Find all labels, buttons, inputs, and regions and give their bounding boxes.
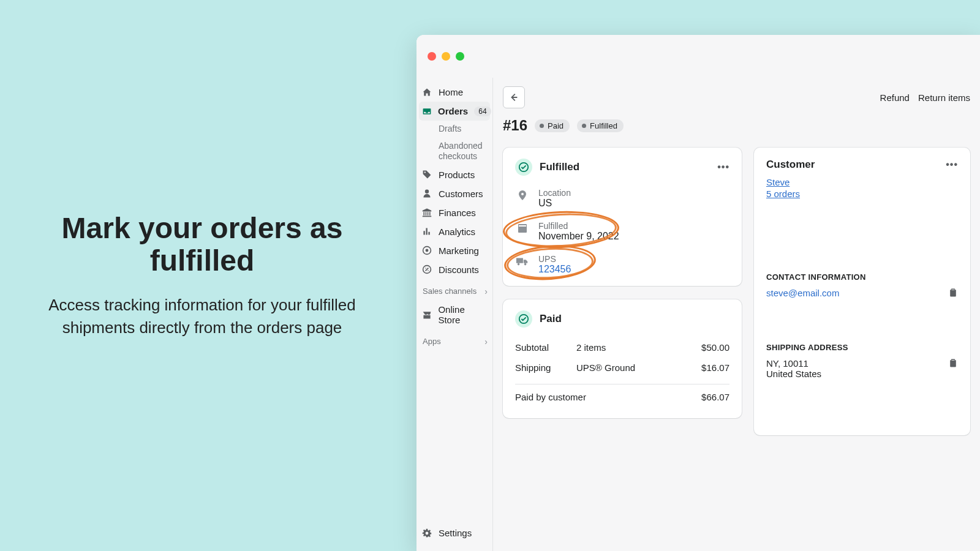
fulfilled-date: November 9, 2022	[538, 231, 619, 242]
back-button[interactable]	[503, 86, 525, 108]
address-line: United States	[766, 369, 821, 379]
sidebar-item-products[interactable]: Products	[417, 165, 492, 184]
order-header: #16 Paid Fulfilled	[503, 117, 970, 134]
customer-name-link[interactable]: Steve	[766, 177, 958, 187]
promo-subtitle: Access tracking information for your ful…	[37, 294, 368, 339]
chevron-right-icon: ›	[484, 337, 488, 347]
window-close-dot[interactable]	[428, 52, 436, 61]
check-circle-icon	[515, 310, 532, 328]
sidebar-item-label: Online Store	[438, 304, 488, 325]
sidebar-item-label: Settings	[439, 528, 472, 538]
sidebar-section-apps[interactable]: Apps ›	[417, 329, 492, 350]
card-title: Paid	[540, 313, 562, 325]
check-circle-icon	[515, 159, 532, 176]
window-maximize-dot[interactable]	[456, 52, 464, 61]
sidebar-item-label: Customers	[439, 189, 483, 199]
svg-point-3	[425, 268, 426, 269]
sidebar-item-label: Analytics	[439, 227, 475, 237]
sidebar-item-label: Marketing	[439, 246, 479, 256]
home-icon	[421, 88, 432, 97]
app-window: Home Orders 64 Drafts Abandoned checkout…	[417, 35, 980, 551]
row-amount: $50.00	[701, 342, 729, 353]
sidebar-item-label: Finances	[439, 208, 476, 218]
card-title: Fulfilled	[540, 161, 579, 173]
clipboard-icon[interactable]	[948, 288, 958, 300]
main-content: Refund Return items #16 Paid Fulfilled	[493, 78, 980, 551]
row-label: Paid by customer	[515, 392, 701, 402]
sidebar-item-settings[interactable]: Settings	[417, 523, 492, 542]
row-label: Shipping	[515, 362, 576, 373]
tracking-link[interactable]: 123456	[538, 264, 571, 275]
sidebar-sub-drafts[interactable]: Drafts	[417, 121, 492, 138]
location-label: Location	[538, 188, 571, 198]
sidebar-sub-abandoned[interactable]: Abandoned checkouts	[417, 138, 492, 165]
svg-point-1	[426, 249, 429, 252]
subtotal-row: Subtotal 2 items $50.00	[515, 337, 729, 358]
fulfilled-label: Fulfilled	[538, 221, 619, 231]
bank-icon	[421, 208, 432, 217]
row-detail: 2 items	[576, 342, 701, 353]
shipping-row: Shipping UPS® Ground $16.07	[515, 358, 729, 378]
store-icon	[421, 310, 432, 320]
truck-icon	[515, 254, 530, 268]
location-value: US	[538, 198, 571, 209]
row-detail: UPS® Ground	[576, 362, 701, 373]
sidebar-item-analytics[interactable]: Analytics	[417, 222, 492, 241]
target-icon	[421, 246, 432, 255]
sidebar-item-online-store[interactable]: Online Store	[417, 300, 492, 329]
paid-by-customer-row: Paid by customer $66.07	[515, 387, 729, 407]
card-more-button[interactable]: •••	[946, 159, 958, 170]
tag-icon	[421, 170, 432, 179]
row-amount: $16.07	[701, 362, 729, 373]
shipping-heading: SHIPPING ADDRESS	[766, 343, 958, 352]
order-topbar: Refund Return items	[503, 86, 970, 108]
section-label: Apps	[423, 337, 441, 346]
sidebar-item-label: Discounts	[439, 264, 479, 275]
carrier-label: UPS	[538, 254, 571, 264]
sidebar-item-label: Products	[439, 170, 475, 180]
discount-icon	[421, 264, 432, 274]
card-more-button[interactable]: •••	[717, 162, 729, 173]
customer-orders-link[interactable]: 5 orders	[766, 189, 958, 199]
order-number: #16	[503, 117, 527, 134]
titlebar	[417, 35, 980, 78]
person-icon	[421, 189, 432, 198]
sidebar-item-customers[interactable]: Customers	[417, 184, 492, 203]
contact-heading: CONTACT INFORMATION	[766, 272, 958, 282]
sidebar-section-sales-channels[interactable]: Sales channels ›	[417, 279, 492, 300]
sidebar-item-home[interactable]: Home	[417, 83, 492, 102]
sidebar-item-label: Home	[439, 87, 463, 97]
status-pill-paid: Paid	[535, 119, 570, 132]
clipboard-icon[interactable]	[948, 358, 958, 370]
window-minimize-dot[interactable]	[442, 52, 450, 61]
card-title: Customer	[766, 159, 815, 171]
gear-icon	[421, 528, 432, 538]
inbox-icon	[422, 107, 432, 116]
status-pill-fulfilled: Fulfilled	[577, 119, 624, 132]
sidebar-item-finances[interactable]: Finances	[417, 203, 492, 222]
section-label: Sales channels	[423, 287, 477, 296]
sidebar-item-orders[interactable]: Orders 64	[419, 102, 490, 121]
refund-action[interactable]: Refund	[880, 92, 910, 103]
row-amount: $66.07	[701, 392, 729, 402]
sidebar-item-discounts[interactable]: Discounts	[417, 260, 492, 279]
bars-icon	[421, 227, 432, 236]
promo-title: Mark your orders as fulfilled	[37, 212, 368, 277]
sidebar-item-label: Orders	[438, 106, 468, 116]
paid-card: Paid Subtotal 2 items $50.00 Shipping UP…	[503, 299, 742, 418]
calendar-check-icon	[515, 221, 530, 234]
pin-icon	[515, 188, 530, 201]
svg-point-4	[428, 270, 429, 271]
sidebar: Home Orders 64 Drafts Abandoned checkout…	[417, 78, 493, 551]
return-items-action[interactable]: Return items	[918, 92, 970, 103]
row-label: Subtotal	[515, 342, 576, 353]
address-line: NY, 10011	[766, 358, 821, 369]
chevron-right-icon: ›	[484, 287, 488, 296]
sidebar-item-marketing[interactable]: Marketing	[417, 241, 492, 260]
customer-card: Customer ••• Steve 5 orders CONTACT INFO…	[754, 148, 970, 435]
customer-email-link[interactable]: steve@email.com	[766, 288, 839, 298]
fulfilled-card: Fulfilled ••• Location US	[503, 148, 742, 286]
promo-panel: Mark your orders as fulfilled Access tra…	[0, 0, 404, 551]
orders-count-badge: 64	[474, 107, 491, 116]
